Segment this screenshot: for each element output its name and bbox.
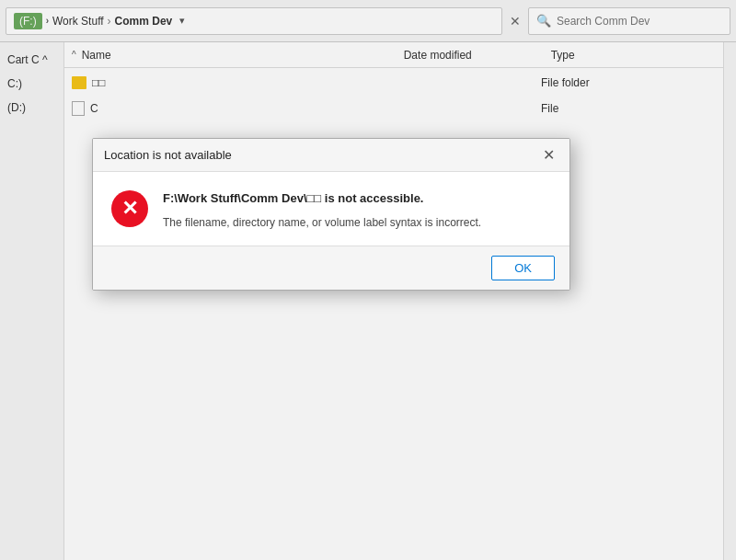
- dialog-title: Location is not available: [104, 148, 232, 162]
- dialog-sub-text: The filename, directory name, or volume …: [163, 214, 551, 231]
- dialog-close-button[interactable]: ✕: [539, 146, 558, 165]
- dialog-body: ✕ F:\Work Stuff\Comm Dev\□□ is not acces…: [93, 172, 569, 246]
- ok-button[interactable]: OK: [491, 256, 555, 280]
- modal-overlay: Location is not available ✕ ✕ F:\Work St…: [0, 0, 736, 560]
- dialog-text-area: F:\Work Stuff\Comm Dev\□□ is not accessi…: [163, 190, 551, 231]
- error-icon: ✕: [111, 190, 148, 227]
- dialog-titlebar: Location is not available ✕: [93, 139, 569, 172]
- dialog-main-text: F:\Work Stuff\Comm Dev\□□ is not accessi…: [163, 190, 551, 207]
- dialog-box: Location is not available ✕ ✕ F:\Work St…: [92, 138, 570, 291]
- error-x-icon: ✕: [121, 197, 138, 221]
- dialog-footer: OK: [93, 246, 569, 290]
